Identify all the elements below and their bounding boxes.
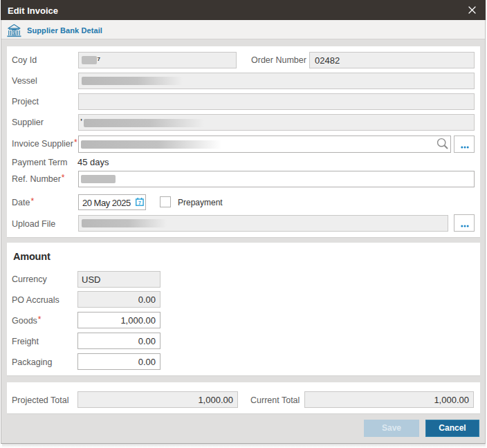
svg-text:7: 7 <box>138 200 141 205</box>
